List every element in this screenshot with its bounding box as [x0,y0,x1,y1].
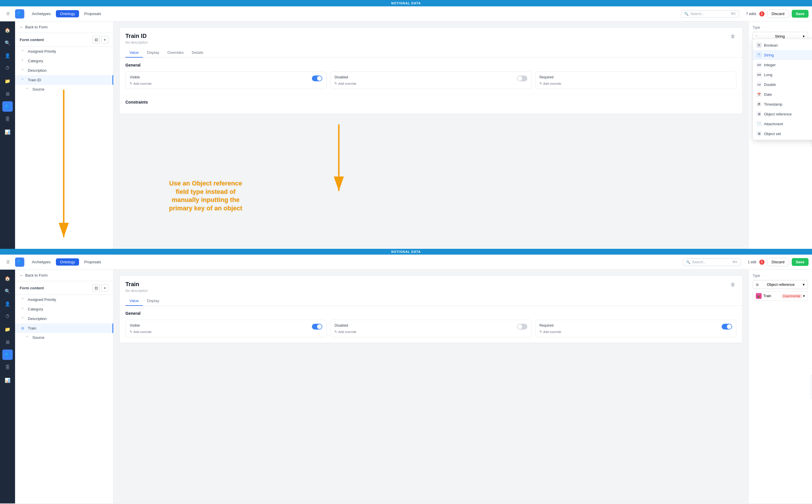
field-icon-gear-b: ⚙ [20,326,25,330]
sidebar-icon-db[interactable]: 🗄 [2,114,13,124]
save-button[interactable]: Save [792,10,809,18]
sidebar-icon-history[interactable]: ⏱ [2,63,13,73]
field-icon-string-b3: " [20,317,25,321]
tab-archetypes-bottom[interactable]: Archetypes [28,258,55,266]
dropdown-attachment[interactable]: 📄 Attachment [753,119,812,129]
field-item-train-id[interactable]: " Train ID [15,75,113,85]
type-select-bottom[interactable]: ⊙ Object reference ▾ [753,280,808,289]
tab-value-top[interactable]: Value [125,48,143,58]
tab-details-top[interactable]: Details [187,48,208,58]
visible-toggle-bottom[interactable] [312,324,322,330]
hamburger-button[interactable]: ☰ [3,9,13,19]
delete-field-button-top[interactable]: 🗑 [730,33,736,40]
object-ref-pill: 🚂 Train Experimental ▾ [753,291,808,301]
tab-display-top[interactable]: Display [143,48,163,58]
double-icon: 1.0 [756,82,762,87]
field-item-category-b[interactable]: " Category [15,304,113,314]
chevron-down-icon-pill[interactable]: ▾ [803,294,805,298]
sidebar-icon-user[interactable]: 👤 [2,50,13,61]
tab-overrides-top[interactable]: Overrides [163,48,187,58]
dropdown-boolean[interactable]: B Boolean [753,40,812,50]
discard-button[interactable]: Discard [767,10,789,18]
add-override-label-3: Add override [543,82,561,85]
sidebar-icon-folder-b[interactable]: 📁 [2,324,13,334]
sidebar-icon-folder[interactable]: 📁 [2,76,13,86]
disabled-toggle-top[interactable] [517,76,527,81]
sidebar-icon-chart[interactable]: 📊 [2,127,13,137]
dropdown-timestamp[interactable]: ⏱ Timestamp [753,99,812,109]
add-field-button-b[interactable]: + [101,284,109,292]
tab-ontology[interactable]: Ontology [56,10,79,17]
field-label-b3: Description [28,317,47,321]
field-sub-item-source[interactable]: " Source [15,85,113,94]
sidebar-icon-grid-b[interactable]: ⊞ [2,337,13,347]
dropdown-object-set[interactable]: ⊙ Object set [753,129,812,139]
tab-display-bottom[interactable]: Display [143,296,163,306]
sidebar-icon-history-b[interactable]: ⏱ [2,311,13,322]
attachment-label: Attachment [764,122,783,126]
tab-ontology-bottom[interactable]: Ontology [56,258,79,266]
discard-button-bottom[interactable]: Discard [767,258,789,266]
collapse-button[interactable]: ⊡ [92,36,100,43]
field-item-description[interactable]: " Description [15,66,113,75]
tab-proposals[interactable]: Proposals [80,10,105,17]
required-toggle-bottom[interactable] [722,324,732,330]
sidebar-icon-home-b[interactable]: 🏠 [2,273,13,284]
field-item-train-b[interactable]: ⚙ Train [15,323,113,333]
disabled-add-override-top[interactable]: ↻ Add override [335,82,527,85]
sidebar-icon-search-b[interactable]: 🔍 [2,286,13,296]
field-info-bottom: Train No description [125,281,148,293]
collapse-button-b[interactable]: ⊡ [92,284,100,292]
visible-add-override-top[interactable]: ↻ Add override [130,82,322,85]
sidebar-icon-db-b[interactable]: 🗄 [2,362,13,373]
visible-add-override-bottom[interactable]: ↻ Add override [130,330,322,334]
form-preview-toggle-bottom[interactable]: Form Preview [811,375,812,398]
field-desc-bottom: No description [125,289,148,293]
hamburger-button-bottom[interactable]: ☰ [3,257,13,267]
form-content-actions: ⊡ + [92,36,109,43]
required-add-override-bottom[interactable]: ↻ Add override [539,330,732,334]
sidebar-icon-search[interactable]: 🔍 [2,38,13,48]
field-label-b: Assigned Priority [28,297,56,302]
tab-proposals-bottom[interactable]: Proposals [80,258,105,266]
save-button-bottom[interactable]: Save [792,258,809,266]
sidebar-icon-home[interactable]: 🏠 [2,25,13,35]
dropdown-object-reference[interactable]: ⊙ Object reference [753,109,812,119]
section-title-constraints: Constraints [125,100,736,104]
disabled-control-bottom: Disabled ↻ Add override [330,320,531,337]
sidebar-icon-cube-b[interactable]: 🔷 [2,350,13,360]
add-field-button[interactable]: + [101,36,109,43]
refresh-icon-b: ↻ [130,330,132,334]
tab-archetypes[interactable]: Archetypes [28,10,55,17]
field-sub-item-source-b[interactable]: " Source [15,333,113,342]
search-bar[interactable]: 🔍 Search... ⌘K [681,10,739,18]
sidebar-icon-chart-b[interactable]: 📊 [2,375,13,385]
field-item-assigned-priority-b[interactable]: " Assigned Priority [15,295,113,304]
dropdown-date[interactable]: 📅 Date [753,89,812,99]
tab-value-bottom[interactable]: Value [125,296,143,306]
nav-tabs-bottom: Archetypes Ontology Proposals [28,258,105,266]
sidebar-icon-cube[interactable]: 🔷 [2,101,13,112]
sidebar-icon-grid[interactable]: ⊞ [2,89,13,99]
back-link-top[interactable]: ← Back to Form [15,21,113,33]
dropdown-integer[interactable]: 123 Integer [753,60,812,70]
visible-toggle-top[interactable] [312,76,322,81]
field-icon-string: " [20,59,25,63]
dropdown-double[interactable]: 1.0 Double [753,80,812,89]
field-item-category[interactable]: " Category [15,56,113,66]
search-kbd-bottom: ⌘K [732,260,738,264]
back-link-bottom[interactable]: ← Back to Form [15,270,113,281]
field-item-assigned-priority[interactable]: " Assigned Priority [15,47,113,56]
disabled-toggle-bottom[interactable] [517,324,527,330]
disabled-add-override-bottom[interactable]: ↻ Add override [335,330,527,334]
delete-field-button-bottom[interactable]: 🗑 [730,281,736,288]
required-add-override-top[interactable]: ↻ Add override [539,82,732,85]
sidebar-icon-user-b[interactable]: 👤 [2,299,13,309]
search-bar-bottom[interactable]: 🔍 Search... ⌘K [683,258,741,266]
app-header-bottom: ☰ 🔷 Archetypes Ontology Proposals 🔍 Sear… [0,255,812,270]
dropdown-long[interactable]: 123 Long [753,70,812,80]
field-icon-string: " [20,69,25,73]
dropdown-string[interactable]: " String [753,50,812,60]
bottom-half: ☰ 🔷 Archetypes Ontology Proposals 🔍 Sear… [0,255,812,503]
field-item-description-b[interactable]: " Description [15,314,113,323]
